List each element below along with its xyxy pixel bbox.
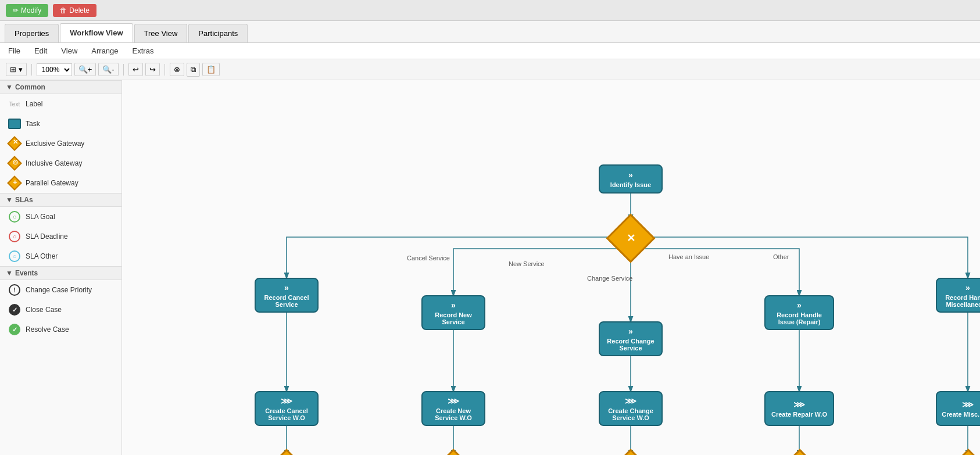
- gateway-parallel-new[interactable]: +: [432, 449, 475, 455]
- parallel-gateway-icon: +: [8, 177, 21, 189]
- arrows-svg: [122, 80, 980, 455]
- icon-toolbar: ⊞ ▾ 50% 75% 100% 150% 200% 🔍+ 🔍- ↩ ↪ ⊗ ⧉…: [0, 59, 980, 80]
- node-record-issue[interactable]: » Record Handle Issue (Repair): [764, 295, 834, 330]
- node-identify-issue[interactable]: » Identify Issue: [599, 164, 663, 194]
- menu-extras[interactable]: Extras: [130, 45, 156, 56]
- gateway-parallel-change[interactable]: +: [609, 449, 652, 455]
- node-record-new[interactable]: » Record New Service: [421, 295, 485, 330]
- edge-label-issue: Have an Issue: [668, 253, 709, 260]
- gateway-parallel-cancel[interactable]: +: [265, 449, 308, 455]
- double-arrow-icon-misc: »: [965, 283, 970, 292]
- canvas-area[interactable]: Cancel Service New Service Change Servic…: [122, 80, 980, 455]
- node-record-misc[interactable]: » Record Handle Miscellaneous: [936, 278, 980, 313]
- up-arrow-icon-cancel: ⋙: [281, 396, 292, 406]
- node-create-cancel[interactable]: ⋙ Create Cancel Service W.O: [255, 391, 319, 426]
- top-toolbar: ✏ Modify 🗑 Delete: [0, 0, 980, 21]
- sidebar-item-label[interactable]: Text Label: [0, 94, 121, 114]
- double-arrow-icon-new: »: [451, 300, 456, 310]
- up-arrow-icon-misc: ⋙: [962, 400, 974, 409]
- menu-file[interactable]: File: [6, 45, 23, 56]
- up-arrow-icon-new: ⋙: [448, 396, 459, 406]
- canvas-inner: Cancel Service New Service Change Servic…: [122, 80, 980, 455]
- sidebar-item-sla-deadline[interactable]: ○ SLA Deadline: [0, 227, 121, 246]
- node-create-repair[interactable]: ⋙ Create Repair W.O: [764, 391, 834, 426]
- close-case-icon: ✓: [8, 303, 21, 316]
- menu-arrange[interactable]: Arrange: [89, 45, 120, 56]
- node-record-cancel[interactable]: » Record Cancel Service: [255, 278, 319, 313]
- text-icon: Text: [8, 98, 21, 110]
- edge-label-cancel: Cancel Service: [407, 255, 450, 261]
- node-create-new[interactable]: ⋙ Create New Service W.O: [421, 391, 485, 426]
- double-arrow-icon-cancel: »: [284, 283, 289, 292]
- sla-deadline-icon: ○: [8, 230, 21, 243]
- undo-button[interactable]: ↩: [128, 63, 143, 76]
- redo-button[interactable]: ↪: [145, 63, 160, 76]
- layout-button[interactable]: ⊞ ▾: [6, 63, 27, 76]
- pencil-icon: ✏: [13, 6, 19, 15]
- inclusive-gateway-icon: ◎: [8, 157, 21, 170]
- menu-bar: File Edit View Arrange Extras: [0, 43, 980, 59]
- delete-btn[interactable]: ⊗: [170, 63, 184, 76]
- delete-button[interactable]: 🗑 Delete: [53, 4, 96, 17]
- gateway-exclusive[interactable]: ✕: [606, 214, 656, 263]
- exclusive-gateway-icon: ✕: [8, 137, 21, 150]
- sla-other-icon: ○: [8, 250, 21, 263]
- tab-participants[interactable]: Participants: [188, 24, 248, 42]
- sla-goal-icon: ○: [8, 210, 21, 223]
- zoom-out-icon: 🔍-: [102, 65, 114, 74]
- up-arrow-icon-change: ⋙: [625, 396, 636, 406]
- change-priority-icon: !: [8, 284, 21, 296]
- trash-icon: 🗑: [60, 6, 67, 15]
- sidebar-item-sla-other[interactable]: ○ SLA Other: [0, 246, 121, 266]
- gateway-parallel-misc[interactable]: +: [947, 449, 980, 455]
- edge-label-other: Other: [773, 253, 789, 260]
- separator-1: [31, 64, 32, 76]
- tab-properties[interactable]: Properties: [5, 24, 59, 42]
- main-layout: ▼ Common Text Label Task ✕ Exclusive Gat…: [0, 80, 980, 455]
- paste-button[interactable]: 📋: [202, 63, 220, 76]
- separator-2: [123, 64, 124, 76]
- tab-tree[interactable]: Tree View: [134, 24, 188, 42]
- chevron-down-icon-slas: ▼: [6, 196, 13, 204]
- up-arrow-icon-repair: ⋙: [793, 400, 805, 409]
- tab-workflow[interactable]: Workflow View: [60, 23, 133, 42]
- double-arrow-icon-change: »: [628, 327, 633, 336]
- sidebar-item-close-case[interactable]: ✓ Close Case: [0, 300, 121, 320]
- zoom-out-button[interactable]: 🔍-: [98, 63, 118, 76]
- sidebar-item-change-case-priority[interactable]: ! Change Case Priority: [0, 280, 121, 300]
- chevron-down-icon: ▼: [6, 83, 13, 91]
- modify-button[interactable]: ✏ Modify: [6, 4, 48, 17]
- node-create-misc[interactable]: ⋙ Create Misc. W.O: [936, 391, 980, 426]
- tabs-row: Properties Workflow View Tree View Parti…: [0, 21, 980, 43]
- gateway-parallel-repair[interactable]: +: [778, 449, 821, 455]
- sidebar-item-task[interactable]: Task: [0, 114, 121, 134]
- sidebar-section-slas[interactable]: ▼ SLAs: [0, 193, 121, 207]
- resolve-case-icon: ✓: [8, 323, 21, 336]
- separator-3: [164, 64, 165, 76]
- sidebar-item-inclusive-gateway[interactable]: ◎ Inclusive Gateway: [0, 153, 121, 173]
- sidebar-resize-handle[interactable]: [119, 80, 121, 455]
- menu-edit[interactable]: Edit: [32, 45, 49, 56]
- sidebar-item-parallel-gateway[interactable]: + Parallel Gateway: [0, 173, 121, 193]
- sidebar-item-resolve-case[interactable]: ✓ Resolve Case: [0, 320, 121, 339]
- chevron-down-icon-events: ▼: [6, 269, 13, 277]
- task-icon: [8, 117, 21, 130]
- menu-view[interactable]: View: [59, 45, 80, 56]
- edge-label-change: Change Service: [587, 275, 632, 282]
- exclusive-x-label: ✕: [615, 223, 646, 254]
- node-record-change[interactable]: » Record Change Service: [599, 321, 663, 356]
- edge-label-new: New Service: [509, 260, 545, 267]
- node-create-change[interactable]: ⋙ Create Change Service W.O: [599, 391, 663, 426]
- sidebar: ▼ Common Text Label Task ✕ Exclusive Gat…: [0, 80, 122, 455]
- copy-button[interactable]: ⧉: [187, 63, 200, 77]
- zoom-in-icon: 🔍+: [78, 65, 92, 74]
- sidebar-section-events[interactable]: ▼ Events: [0, 266, 121, 280]
- double-arrow-icon-issue: »: [797, 300, 802, 310]
- sidebar-section-common[interactable]: ▼ Common: [0, 80, 121, 94]
- double-arrow-icon: »: [628, 170, 633, 180]
- zoom-select[interactable]: 50% 75% 100% 150% 200%: [37, 63, 72, 76]
- sidebar-item-exclusive-gateway[interactable]: ✕ Exclusive Gateway: [0, 134, 121, 153]
- sidebar-item-sla-goal[interactable]: ○ SLA Goal: [0, 207, 121, 227]
- zoom-in-button[interactable]: 🔍+: [74, 63, 96, 76]
